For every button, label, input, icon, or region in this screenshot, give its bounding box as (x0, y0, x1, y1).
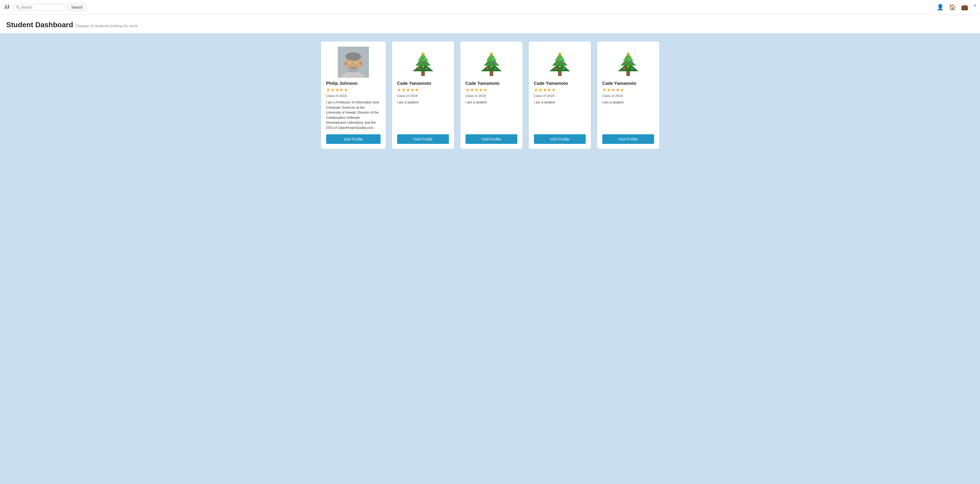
card-class-year: Class of 2016 (602, 94, 654, 98)
card-image (544, 47, 575, 78)
svg-point-34 (489, 58, 491, 59)
svg-point-44 (557, 62, 558, 64)
card-student-name: Cade Yamamoto (602, 81, 654, 86)
briefcase-icon[interactable]: 💼 (961, 4, 968, 11)
svg-point-22 (424, 58, 425, 60)
card-student-name: Cade Yamamoto (466, 81, 517, 86)
svg-point-32 (494, 63, 495, 64)
card-bio: I am a student (534, 100, 586, 130)
student-card: Cade Yamamoto★★★★★Class of 2016I am a st… (597, 42, 659, 149)
svg-point-60 (626, 58, 627, 59)
svg-point-47 (558, 58, 559, 59)
svg-point-9 (350, 62, 351, 63)
search-icon: 🔍 (16, 5, 20, 9)
svg-point-58 (630, 63, 632, 64)
card-image (338, 47, 369, 78)
card-image (407, 47, 439, 78)
svg-point-5 (360, 62, 363, 65)
search-input-box[interactable]: 🔍 (13, 4, 65, 11)
card-class-year: Class of 2018 (326, 94, 380, 98)
svg-point-16 (426, 68, 428, 70)
grid-icon[interactable]: ⌝ (973, 4, 976, 11)
svg-point-30 (491, 66, 492, 67)
card-bio: I am a student (466, 100, 517, 130)
user-icon[interactable]: 👤 (937, 4, 944, 11)
svg-point-55 (631, 68, 633, 70)
svg-point-17 (422, 66, 424, 67)
svg-point-31 (488, 62, 490, 64)
svg-point-48 (561, 58, 562, 60)
search-area: 🔍 Search (13, 4, 937, 11)
svg-rect-24 (490, 71, 493, 76)
card-class-year: Class of 2016 (534, 94, 586, 98)
visit-profile-button[interactable]: Visit Profile (397, 134, 449, 144)
svg-point-35 (492, 58, 494, 60)
student-card-grid: Philip Johnson★★★★★Class of 2018I am a P… (21, 42, 959, 149)
card-class-year: Class of 2016 (466, 94, 517, 98)
search-button[interactable]: Search (67, 4, 86, 11)
page-subtitle: Display of students looking for work (76, 24, 138, 28)
svg-point-41 (555, 67, 557, 69)
navbar-icons: 👤 🏠 💼 ⌝ (937, 4, 976, 11)
visit-profile-button[interactable]: Visit Profile (466, 134, 517, 144)
card-image (476, 47, 507, 78)
svg-point-43 (559, 66, 561, 67)
card-stars: ★★★★★ (326, 87, 380, 93)
svg-point-21 (421, 58, 422, 59)
navbar: JJ 🔍 Search 👤 🏠 💼 ⌝ (0, 0, 980, 14)
svg-point-61 (629, 58, 630, 60)
student-card: Philip Johnson★★★★★Class of 2018I am a P… (321, 42, 386, 149)
svg-point-15 (418, 67, 420, 69)
student-card: Cade Yamamoto★★★★★Class of 2016I am a st… (460, 42, 522, 149)
card-stars: ★★★★★ (397, 87, 449, 93)
visit-profile-button[interactable]: Visit Profile (534, 134, 586, 144)
card-stars: ★★★★★ (466, 87, 517, 93)
card-image (612, 47, 644, 78)
card-stars: ★★★★★ (534, 87, 586, 93)
svg-point-57 (625, 62, 627, 64)
visit-profile-button[interactable]: Visit Profile (602, 134, 654, 144)
card-class-year: Class of 2016 (397, 94, 449, 98)
card-bio: I am a student (602, 100, 654, 130)
page-title: Student Dashboard (6, 21, 73, 29)
svg-point-4 (344, 62, 347, 65)
svg-rect-50 (627, 71, 630, 76)
home-icon[interactable]: 🏠 (949, 4, 956, 11)
svg-point-54 (623, 67, 625, 69)
student-card: Cade Yamamoto★★★★★Class of 2016I am a st… (392, 42, 454, 149)
card-student-name: Philip Johnson (326, 81, 380, 86)
svg-point-20 (422, 61, 423, 62)
svg-point-18 (420, 62, 422, 64)
svg-point-28 (487, 67, 488, 69)
svg-point-59 (627, 61, 629, 62)
card-bio: I am a Professor of Information and Comp… (326, 100, 380, 130)
svg-point-19 (425, 63, 427, 64)
svg-point-29 (494, 68, 496, 70)
student-card: Cade Yamamoto★★★★★Class of 2016I am a st… (529, 42, 591, 149)
visit-profile-button[interactable]: Visit Profile (326, 134, 380, 144)
card-bio: I am a student (397, 100, 449, 130)
svg-point-6 (348, 66, 358, 73)
svg-rect-11 (421, 71, 425, 76)
brand-logo: JJ (4, 5, 10, 10)
main-content: Philip Johnson★★★★★Class of 2018I am a P… (0, 33, 980, 484)
svg-rect-37 (558, 71, 562, 76)
svg-point-56 (627, 66, 629, 67)
svg-point-42 (563, 68, 565, 70)
card-stars: ★★★★★ (602, 87, 654, 93)
card-student-name: Cade Yamamoto (534, 81, 586, 86)
svg-point-45 (562, 63, 564, 64)
svg-point-33 (491, 61, 492, 62)
page-header: Student Dashboard Display of students lo… (0, 14, 980, 33)
card-student-name: Cade Yamamoto (397, 81, 449, 86)
svg-point-3 (345, 53, 361, 61)
svg-point-10 (356, 62, 357, 63)
search-input[interactable] (21, 5, 63, 10)
svg-point-46 (559, 61, 560, 62)
